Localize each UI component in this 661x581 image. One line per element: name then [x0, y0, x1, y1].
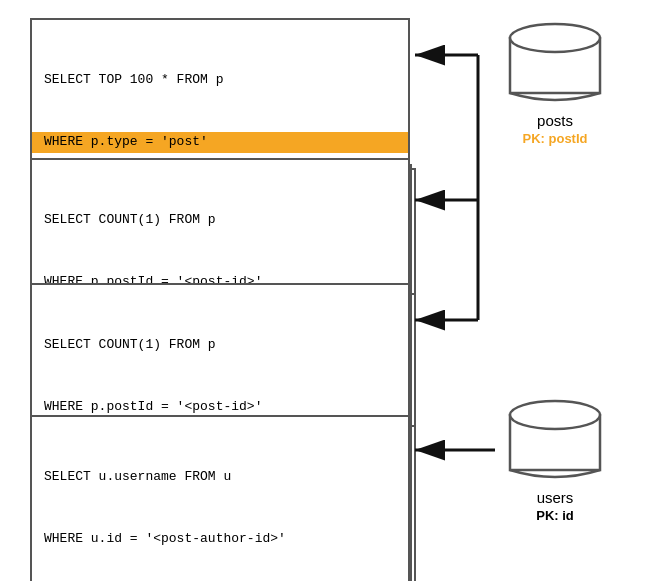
posts-db-label: posts [537, 112, 573, 129]
svg-point-1 [510, 24, 600, 52]
query1-line2: WHERE p.type = 'post' [32, 132, 408, 153]
diagram: SELECT TOP 100 * FROM p WHERE p.type = '… [0, 0, 661, 581]
users-db-label: users [537, 489, 574, 506]
users-db-icon [505, 395, 605, 485]
posts-db-icon [505, 18, 605, 108]
posts-database: posts PK: postId [495, 18, 615, 146]
users-database: users PK: id [495, 395, 615, 523]
query-block-4: SELECT u.username FROM u WHERE u.id = '<… [30, 415, 410, 581]
svg-point-3 [510, 401, 600, 429]
users-db-pk: PK: id [536, 508, 574, 523]
query4-line1: SELECT u.username FROM u [44, 467, 396, 488]
query3-line1: SELECT COUNT(1) FROM p [44, 335, 396, 356]
query2-line1: SELECT COUNT(1) FROM p [44, 210, 396, 231]
query4-line2: WHERE u.id = '<post-author-id>' [44, 529, 396, 550]
posts-db-pk: PK: postId [523, 131, 588, 146]
query1-line1: SELECT TOP 100 * FROM p [44, 70, 396, 91]
